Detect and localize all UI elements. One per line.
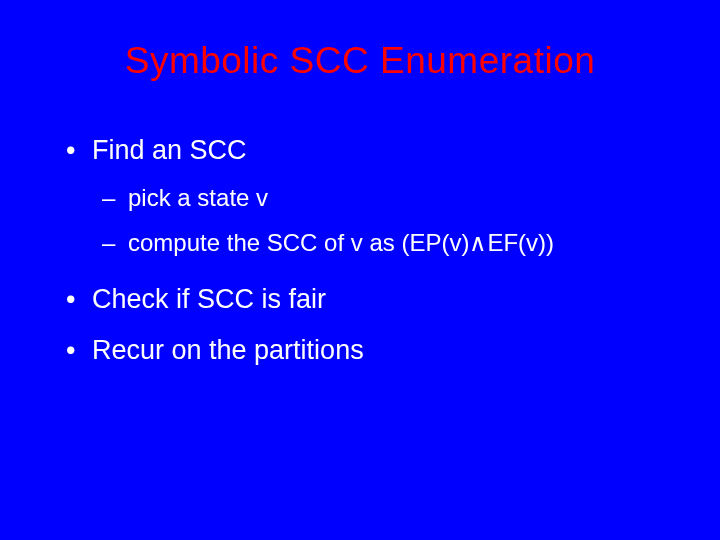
sub-bullet-item: pick a state v	[60, 182, 660, 214]
spacer	[60, 271, 660, 281]
bullet-item: Find an SCC	[60, 132, 660, 168]
bullet-text: compute the SCC of v as (EP(v)∧EF(v))	[128, 229, 554, 256]
bullet-text: Recur on the partitions	[92, 335, 364, 365]
slide-title: Symbolic SCC Enumeration	[60, 40, 660, 82]
bullet-text: Check if SCC is fair	[92, 284, 326, 314]
sub-bullet-item: compute the SCC of v as (EP(v)∧EF(v))	[60, 227, 660, 259]
bullet-item: Check if SCC is fair	[60, 281, 660, 317]
bullet-text: Find an SCC	[92, 135, 247, 165]
slide: Symbolic SCC Enumeration Find an SCC pic…	[0, 0, 720, 540]
bullet-text: pick a state v	[128, 184, 268, 211]
bullet-item: Recur on the partitions	[60, 332, 660, 368]
